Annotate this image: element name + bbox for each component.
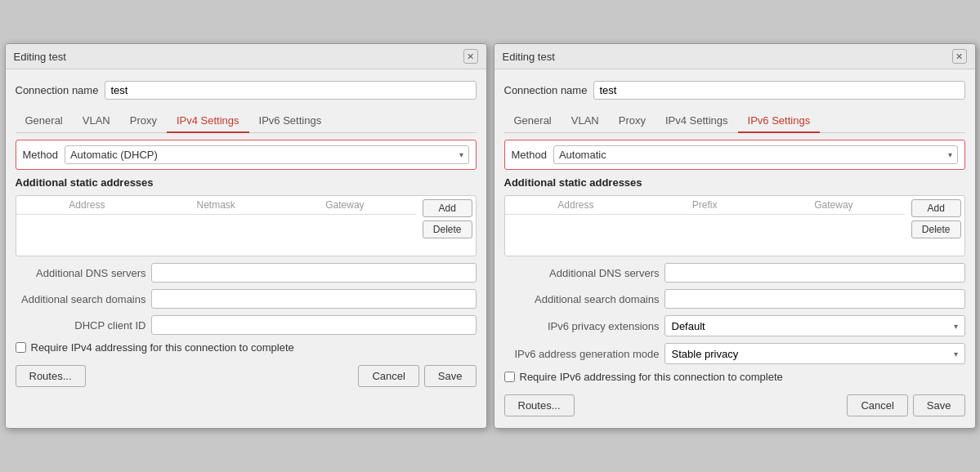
ipv6-cancel-button[interactable]: Cancel [847,394,907,416]
ipv6-title: Editing test [503,51,555,63]
ipv6-dialog: Editing test ✕ Connection name General V… [494,43,976,429]
ipv6-content: Connection name General VLAN Proxy IPv4 … [494,69,975,428]
ipv4-col-netmask: Netmask [151,199,280,211]
ipv4-search-input[interactable] [151,289,477,309]
ipv6-privacy-row: IPv6 privacy extensions Default ▾ [504,315,965,336]
ipv6-privacy-value: Default [672,320,705,332]
ipv6-require-checkbox[interactable] [504,372,515,382]
ipv6-gen-chevron: ▾ [954,350,958,358]
ipv4-add-button[interactable]: Add [423,199,472,217]
ipv4-addr-buttons: Add Delete [419,196,476,256]
ipv4-dhcp-label: DHCP client ID [16,319,146,332]
ipv6-delete-button[interactable]: Delete [911,220,961,238]
ipv6-routes-button[interactable]: Routes... [504,394,575,416]
ipv4-dns-input[interactable] [151,263,477,283]
ipv6-add-button[interactable]: Add [911,199,961,217]
ipv6-method-chevron: ▾ [948,150,952,159]
ipv6-addresses-table: Address Prefix Gateway Add Delete [504,195,965,256]
ipv4-save-button[interactable]: Save [424,365,477,387]
ipv6-addr-buttons: Add Delete [908,196,964,256]
ipv6-col-gateway: Gateway [769,199,898,211]
ipv4-method-chevron: ▾ [459,150,463,159]
ipv6-tab-vlan[interactable]: VLAN [562,109,609,133]
ipv6-tab-ipv6[interactable]: IPv6 Settings [738,109,821,133]
ipv4-search-label: Additional search domains [16,293,146,305]
ipv4-delete-button[interactable]: Delete [423,220,472,238]
ipv6-privacy-label: IPv6 privacy extensions [504,320,660,332]
ipv6-tab-general[interactable]: General [504,109,562,133]
ipv6-method-label: Method [512,149,547,161]
ipv6-gen-label: IPv6 address generation mode [504,348,660,360]
ipv4-content: Connection name General VLAN Proxy IPv4 … [6,69,486,399]
ipv6-addresses-grid: Address Prefix Gateway [505,196,905,256]
ipv6-close-button[interactable]: ✕ [952,49,967,64]
ipv4-col-gateway: Gateway [280,199,409,211]
ipv4-tab-general[interactable]: General [16,109,73,133]
ipv4-method-value: Automatic (DHCP) [70,149,158,161]
ipv4-connection-name-label: Connection name [16,84,99,96]
ipv4-tabs-row: General VLAN Proxy IPv4 Settings IPv6 Se… [16,109,477,133]
ipv6-col-address: Address [512,199,641,211]
ipv4-tab-ipv4[interactable]: IPv4 Settings [167,109,249,133]
ipv4-dns-label: Additional DNS servers [16,267,146,279]
ipv4-method-label: Method [23,149,58,161]
ipv4-connection-name-input[interactable] [105,81,476,100]
ipv4-title: Editing test [14,51,66,63]
ipv4-addresses-body [16,215,416,256]
ipv4-close-button[interactable]: ✕ [463,49,478,64]
ipv4-connection-name-row: Connection name [16,78,477,103]
ipv4-dhcp-input[interactable] [151,315,477,335]
ipv6-privacy-chevron: ▾ [954,322,958,331]
ipv6-col-prefix: Prefix [640,199,769,211]
ipv6-checkbox-label: Require IPv6 addressing for this connect… [520,371,783,383]
ipv6-section-title: Additional static addresses [504,176,965,189]
ipv6-gen-select[interactable]: Stable privacy ▾ [665,343,965,364]
ipv6-gen-value: Stable privacy [672,348,739,360]
ipv4-dhcp-row: DHCP client ID [16,315,477,335]
ipv4-addresses-table: Address Netmask Gateway Add Delete [16,195,477,256]
ipv6-gen-row: IPv6 address generation mode Stable priv… [504,343,965,364]
ipv4-tab-proxy[interactable]: Proxy [120,109,167,133]
ipv6-method-value: Automatic [559,149,606,161]
ipv4-addresses-grid: Address Netmask Gateway [16,196,416,256]
ipv6-addresses-body [505,215,905,256]
ipv4-bottom-row: Routes... Cancel Save [16,360,477,390]
ipv4-routes-button[interactable]: Routes... [16,365,86,387]
ipv4-section-title: Additional static addresses [16,176,477,189]
ipv6-connection-name-row: Connection name [504,78,965,103]
ipv6-dns-input[interactable] [665,263,965,283]
ipv6-dns-label: Additional DNS servers [504,267,660,279]
ipv6-dns-row: Additional DNS servers [504,263,965,283]
ipv4-col-address: Address [23,199,152,211]
ipv4-checkbox-label: Require IPv4 addressing for this connect… [31,341,294,354]
ipv4-addresses-header: Address Netmask Gateway [16,196,416,215]
ipv6-tab-ipv4[interactable]: IPv4 Settings [656,109,738,133]
ipv4-method-select[interactable]: Automatic (DHCP) ▾ [65,145,469,164]
ipv6-tabs-row: General VLAN Proxy IPv4 Settings IPv6 Se… [504,109,965,133]
ipv6-search-row: Additional search domains [504,289,965,309]
ipv4-cancel-button[interactable]: Cancel [358,365,418,387]
ipv4-tab-vlan[interactable]: VLAN [73,109,120,133]
ipv6-connection-name-label: Connection name [504,84,588,96]
ipv6-bottom-row: Routes... Cancel Save [504,390,965,420]
ipv4-checkbox-row: Require IPv4 addressing for this connect… [16,341,477,354]
ipv4-dialog: Editing test ✕ Connection name General V… [5,43,487,429]
ipv4-tab-ipv6[interactable]: IPv6 Settings [249,109,332,133]
ipv6-privacy-select[interactable]: Default ▾ [665,315,965,336]
ipv4-require-checkbox[interactable] [16,342,26,353]
ipv6-search-label: Additional search domains [504,293,660,305]
ipv4-dns-row: Additional DNS servers [16,263,477,283]
ipv6-search-input[interactable] [665,289,965,309]
ipv6-addresses-header: Address Prefix Gateway [505,196,905,215]
ipv6-tab-proxy[interactable]: Proxy [609,109,656,133]
ipv6-checkbox-row: Require IPv6 addressing for this connect… [504,371,965,383]
ipv6-titlebar: Editing test ✕ [494,44,975,69]
ipv4-titlebar: Editing test ✕ [6,44,486,69]
ipv6-save-button[interactable]: Save [913,394,965,416]
ipv4-method-row: Method Automatic (DHCP) ▾ [16,140,477,170]
ipv6-connection-name-input[interactable] [593,81,964,100]
ipv6-method-select[interactable]: Automatic ▾ [553,145,958,164]
ipv4-search-row: Additional search domains [16,289,477,309]
ipv6-method-row: Method Automatic ▾ [504,140,965,170]
